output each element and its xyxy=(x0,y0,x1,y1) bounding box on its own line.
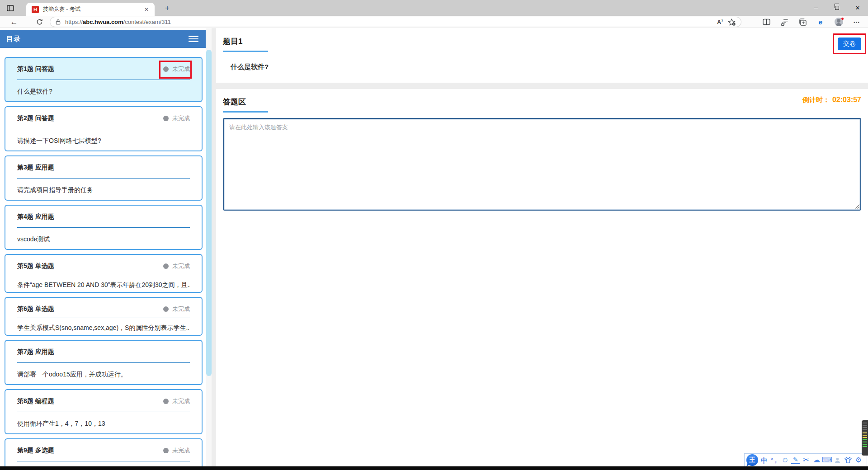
status-text: 未完成 xyxy=(172,114,190,122)
restore-button[interactable] xyxy=(826,0,847,15)
collections-icon[interactable] xyxy=(797,17,807,27)
meter-inactive-bars xyxy=(863,423,867,432)
favorites-icon[interactable] xyxy=(779,17,789,27)
status-badge: 未完成 xyxy=(163,65,190,73)
status-badge: 未完成 xyxy=(163,262,190,270)
read-aloud-icon[interactable]: A xyxy=(714,18,726,27)
card-divider xyxy=(17,178,190,179)
question-card-title: 第6题 单选题 xyxy=(17,305,54,313)
refresh-button[interactable] xyxy=(33,16,45,28)
url-domain: abc.hwua.com xyxy=(83,19,123,25)
add-favorite-icon[interactable] xyxy=(726,18,737,27)
person-icon[interactable] xyxy=(833,457,842,464)
question-card-title: 第7题 应用题 xyxy=(17,348,54,356)
level-meter-widget[interactable] xyxy=(862,420,868,456)
question-card-header: 第5题 单选题 未完成 xyxy=(17,262,190,271)
question-card[interactable]: 第3题 应用题 请完成项目指导手册的任务 xyxy=(5,155,203,201)
minimize-icon xyxy=(814,8,818,8)
question-card[interactable]: 第2题 问答题 未完成 请描述一下OSI网络七层模型? xyxy=(5,106,203,151)
more-menu-icon[interactable]: ⋯ xyxy=(852,17,862,27)
question-card-header: 第4题 应用题 xyxy=(17,212,190,221)
new-tab-button[interactable]: + xyxy=(162,4,173,13)
question-card-title: 第2题 问答题 xyxy=(17,114,54,122)
tab-actions-icon[interactable] xyxy=(5,3,16,13)
status-text: 未完成 xyxy=(172,65,190,73)
question-card-header: 第7题 应用题 xyxy=(17,348,190,357)
skin-icon[interactable] xyxy=(844,457,853,463)
minimize-button[interactable] xyxy=(806,0,826,15)
status-text: 未完成 xyxy=(172,446,190,455)
answer-input[interactable] xyxy=(223,118,861,211)
answer-section-title: 答题区 xyxy=(223,97,861,107)
question-card[interactable]: 第5题 单选题 未完成 条件“age BETWEEN 20 AND 30”表示年… xyxy=(5,254,203,293)
card-divider xyxy=(17,461,190,461)
sidebar-title: 目录 xyxy=(6,35,21,43)
tab-strip: H 技能竞赛 - 考试 ✕ + ✕ xyxy=(0,0,868,16)
card-divider xyxy=(17,362,190,363)
card-divider xyxy=(17,227,190,228)
status-text: 未完成 xyxy=(172,397,190,405)
meter-green-bars xyxy=(863,439,867,448)
emoji-icon[interactable]: ☺ xyxy=(781,456,790,464)
question-card[interactable]: 第4题 应用题 vscode测试 xyxy=(5,205,203,250)
status-badge: 未完成 xyxy=(163,397,190,405)
status-text: 未完成 xyxy=(172,305,190,313)
question-card[interactable]: 第7题 应用题 请部署一个odoo15应用，并成功运行。 xyxy=(5,340,203,385)
question-card-body: 使用循环产生1，4，7，10，13 xyxy=(17,419,190,428)
ime-language-mode[interactable]: 中 xyxy=(760,457,769,464)
split-screen-icon[interactable] xyxy=(761,17,771,27)
question-card-header: 第2题 问答题 未完成 xyxy=(17,114,190,123)
handwriting-icon[interactable]: ✎ xyxy=(791,456,800,464)
ime-logo[interactable]: 王 xyxy=(746,454,758,466)
status-badge: 未完成 xyxy=(163,114,190,122)
sidebar-scrollbar-thumb[interactable] xyxy=(206,50,212,376)
question-card-body: 学生关系模式S(sno,sname,sex,age)，S的属性分别表示学生... xyxy=(17,323,190,332)
ie-mode-icon[interactable]: e xyxy=(816,17,826,27)
question-card[interactable]: 第6题 单选题 未完成 学生关系模式S(sno,sname,sex,age)，S… xyxy=(5,297,203,336)
main-panel: 题目1 什么是软件? 答题区 倒计时： 02:03:57 交卷 xyxy=(212,28,868,466)
address-bar[interactable]: https://abc.hwua.com/contest/exam/311 A xyxy=(50,17,741,27)
countdown-timer: 倒计时： 02:03:57 xyxy=(802,96,861,104)
notification-dot xyxy=(841,17,844,20)
card-divider xyxy=(17,129,190,129)
question-text: 什么是软件? xyxy=(231,63,868,71)
taskbar-edge xyxy=(0,466,868,470)
question-card-body: 什么是软件? xyxy=(17,87,190,96)
question-card[interactable]: 第9题 多选题 未完成 jQuery有哪些选择器?正确的描述是哪些选项( ) xyxy=(5,438,203,466)
tab-close-icon[interactable]: ✕ xyxy=(143,6,150,13)
browser-tab[interactable]: H 技能竞赛 - 考试 ✕ xyxy=(26,3,155,16)
status-dot-icon xyxy=(163,66,169,72)
submit-button[interactable]: 交卷 xyxy=(838,38,861,50)
scissors-icon[interactable]: ✂ xyxy=(802,456,811,464)
browser-window: H 技能竞赛 - 考试 ✕ + ✕ ← https://abc.hwua.com… xyxy=(0,0,868,470)
question-card[interactable]: 第1题 问答题 未完成 什么是软件? xyxy=(5,57,203,102)
browser-toolbar: ← https://abc.hwua.com/contest/exam/311 … xyxy=(0,16,868,28)
ime-punctuation-icon[interactable]: °， xyxy=(770,457,779,463)
card-divider xyxy=(17,275,190,275)
question-list: 第1题 问答题 未完成 什么是软件? 第2题 问答题 未完成 请描述一下OSI网… xyxy=(0,48,206,466)
question-card-title: 第5题 单选题 xyxy=(17,262,54,270)
back-button[interactable]: ← xyxy=(8,16,20,28)
ime-toolbar: 王 中 °， ☺ ✎ ✂ ☁ ⌨ ⚙ xyxy=(744,453,867,467)
card-divider xyxy=(17,80,190,80)
settings-gear-icon[interactable]: ⚙ xyxy=(854,456,863,464)
question-card[interactable]: 第8题 编程题 未完成 使用循环产生1，4，7，10，13 xyxy=(5,389,203,434)
question-card-title: 第1题 问答题 xyxy=(17,65,54,73)
menu-icon[interactable] xyxy=(188,34,199,44)
question-card-title: 第8题 编程题 xyxy=(17,397,54,405)
question-card-body: 条件“age BETWEEN 20 AND 30”表示年龄在20到30之间，且.… xyxy=(17,280,190,289)
tab-title: 技能竞赛 - 考试 xyxy=(43,5,143,13)
status-badge: 未完成 xyxy=(163,305,190,313)
cloud-icon[interactable]: ☁ xyxy=(812,456,821,464)
keyboard-icon[interactable]: ⌨ xyxy=(822,456,831,464)
tab-favicon: H xyxy=(32,6,39,13)
sidebar-scrollbar[interactable] xyxy=(206,28,212,466)
status-badge: 未完成 xyxy=(163,446,190,455)
question-card-body: 请部署一个odoo15应用，并成功运行。 xyxy=(17,370,190,379)
avatar[interactable] xyxy=(834,17,844,27)
window-controls: ✕ xyxy=(806,0,868,15)
question-card-body: vscode测试 xyxy=(17,235,190,244)
meter-yellow-bars xyxy=(863,432,867,439)
question-card-header: 第9题 多选题 未完成 xyxy=(17,446,190,455)
close-window-button[interactable]: ✕ xyxy=(847,0,868,15)
